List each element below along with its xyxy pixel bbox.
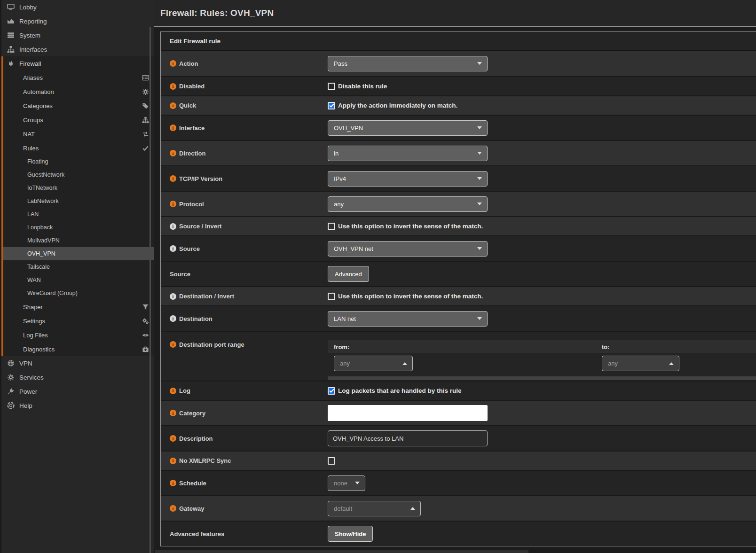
sidebar-item-categories[interactable]: Categories [3,99,154,113]
destination-select[interactable]: LAN net [328,311,488,327]
info-icon[interactable]: i [170,315,176,322]
disabled-checkbox[interactable] [328,83,335,90]
info-icon[interactable]: i [170,83,176,90]
sidebar-item-automation[interactable]: Automation [3,85,154,99]
sidebar-item-interfaces[interactable]: Interfaces [1,42,154,56]
sidebar-item-guestnetwork[interactable]: GuestNetwork [3,168,154,181]
info-icon[interactable]: i [170,388,176,394]
sidebar-item-shaper[interactable]: Shaper [3,300,154,314]
advanced-features-button[interactable]: Show/Hide [328,526,373,542]
sidebar-item-label: LabNetwork [27,198,59,204]
eye-icon [142,332,149,339]
direction-select[interactable]: in [328,146,488,161]
row-label: Destination port range [179,341,244,348]
chevron-down-icon [477,62,482,65]
sidebar-item-lobby[interactable]: Lobby [1,0,154,14]
sidebar-item-vpn[interactable]: VPN [1,356,154,370]
action-select[interactable]: Pass [328,56,488,71]
category-input[interactable] [328,405,488,421]
port-range-scrollbar[interactable] [328,376,756,380]
sidebar-item-log-files[interactable]: Log Files [3,328,154,342]
sidebar-item-rules[interactable]: Rules [3,141,154,155]
sidebar-item-aliases[interactable]: Aliases [3,70,154,85]
no-xmlrpc-sync-checkbox[interactable] [328,457,335,465]
info-icon[interactable]: i [170,150,176,156]
sidebar-item-label: Firewall [19,60,41,67]
sidebar-item-firewall[interactable]: Firewall [3,56,154,70]
sidebar-item-lan[interactable]: LAN [3,208,154,221]
quick-checkbox[interactable] [328,102,335,109]
info-icon[interactable]: i [170,125,176,131]
row-label: Direction [179,150,205,157]
info-icon[interactable]: i [170,341,176,348]
horizontal-scrollbar-thumb[interactable] [155,550,528,553]
sidebar-item-system[interactable]: System [1,28,154,42]
sidebar-item-ovh-vpn[interactable]: OVH_VPN [3,247,154,260]
sidebar-item-help[interactable]: Help [1,398,154,413]
row-label: Disabled [179,83,205,90]
horizontal-scrollbar[interactable] [154,549,756,553]
edit-firewall-rule-panel: Edit Firewall rule iActionPassiDisabledD… [160,31,756,546]
row-control-cell: Log packets that are handled by this rul… [328,382,756,400]
chevron-down-icon [477,247,482,250]
destination-invert-checkbox[interactable] [328,293,335,300]
chevron-down-icon [477,126,482,129]
info-icon[interactable]: i [170,223,176,230]
sidebar-item-reporting[interactable]: Reporting [1,14,154,28]
row-label: Source / Invert [179,223,221,230]
sidebar-item-wireguard-group[interactable]: WireGuard (Group) [3,287,154,300]
form-row-tcpip-version: iTCP/IP VersionIPv4 [161,165,756,191]
port-to-select[interactable]: any [602,356,679,371]
info-icon[interactable]: i [170,505,176,512]
sidebar-item-power[interactable]: Power [1,384,154,398]
info-icon[interactable]: i [170,245,176,252]
log-checkbox[interactable] [328,387,335,395]
form-row-advanced-features: Advanced featuresShow/Hide [161,521,756,546]
info-icon[interactable]: i [170,102,176,109]
select-value: IPv4 [334,175,346,182]
info-icon[interactable]: i [170,410,176,416]
sidebar-item-label: NAT [23,131,35,138]
source-invert-checkbox-label: Use this option to invert the sense of t… [338,223,483,230]
sidebar-item-label: Help [19,402,32,409]
sidebar-item-nat[interactable]: NAT [3,127,154,141]
sidebar-item-tailscale[interactable]: Tailscale [3,260,154,273]
sidebar-item-labnetwork[interactable]: LabNetwork [3,195,154,208]
sidebar-item-diagnostics[interactable]: Diagnostics [3,342,154,356]
sidebar-item-iotnetwork[interactable]: IoTNetwork [3,181,154,195]
info-icon[interactable]: i [170,201,176,207]
form-row-source-advanced: SourceAdvanced [161,261,756,286]
description-input[interactable] [328,430,488,446]
sidebar-scrollbar[interactable] [150,27,151,553]
row-label-cell: iTCP/IP Version [161,166,328,191]
tcpip-version-select[interactable]: IPv4 [328,171,488,187]
port-from-select[interactable]: any [334,356,413,371]
info-icon[interactable]: i [170,435,176,442]
info-icon[interactable]: i [170,293,176,300]
form-row-source: iSourceOVH_VPN net [161,235,756,261]
info-icon[interactable]: i [170,480,176,486]
schedule-select[interactable]: none [328,475,365,491]
source-select[interactable]: OVH_VPN net [328,241,488,257]
sidebar-item-settings[interactable]: Settings [3,314,154,328]
gateway-select[interactable]: default [328,501,421,516]
info-icon[interactable]: i [170,458,176,464]
source-invert-checkbox[interactable] [328,223,335,230]
sidebar-item-wan[interactable]: WAN [3,273,154,287]
row-label: Quick [179,102,196,109]
log-checkbox-label: Log packets that are handled by this rul… [338,387,462,394]
protocol-select[interactable]: any [328,196,488,212]
sidebar-item-groups[interactable]: Groups [3,113,154,127]
interface-select[interactable]: OVH_VPN [328,120,488,136]
sidebar-item-mullvadvpn[interactable]: MullvadVPN [3,234,154,247]
form-row-description: iDescription [161,425,756,451]
info-icon[interactable]: i [170,60,176,67]
plug-icon [7,388,15,395]
sidebar-item-floating[interactable]: Floating [3,155,154,168]
sidebar-item-label: Power [19,388,37,395]
sidebar-item-services[interactable]: Services [1,370,154,384]
info-icon[interactable]: i [170,175,176,182]
source-advanced-button[interactable]: Advanced [328,266,369,282]
sidebar-item-label: IoTNetwork [27,185,57,191]
sidebar-item-loopback[interactable]: Loopback [3,221,154,234]
